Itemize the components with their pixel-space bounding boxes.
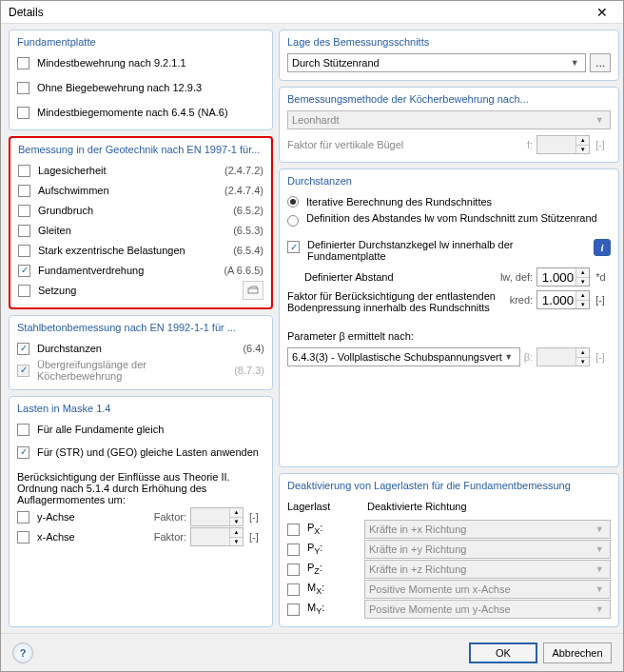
faktor-input: ▲▼ <box>190 507 244 526</box>
group-title: Durchstanzen <box>287 175 611 187</box>
label: Definierter Abstand <box>304 271 497 283</box>
def-abstand-input[interactable]: ▲▼ <box>536 267 590 287</box>
checkbox[interactable] <box>17 424 29 436</box>
unit: [-] <box>595 294 611 306</box>
checkbox[interactable] <box>287 524 300 536</box>
dropdown-value: Durch Stützenrand <box>292 57 568 69</box>
group-stahlbeton: Stahlbetonbemessung nach EN 1992-1-1 für… <box>9 315 273 390</box>
chevron-down-icon: ▼ <box>593 115 606 125</box>
checkbox[interactable] <box>18 205 30 217</box>
chevron-down-icon: ▼ <box>568 58 581 68</box>
dropdown-value: Positive Momente um x-Achse <box>369 583 593 595</box>
ref: (2.4.7.4) <box>224 185 263 196</box>
group-title: Deaktivierung von Lagerlasten für die Fu… <box>287 480 611 491</box>
symbol: β: <box>524 351 533 363</box>
unit: *d <box>595 271 611 283</box>
label: Stark exzentrische Belastungen <box>38 245 229 256</box>
label: Mindestbiegemomente nach 6.4.5 (NA.6) <box>37 107 264 118</box>
ref: (A 6.6.5) <box>224 265 263 276</box>
label: Aufschwimmen <box>38 185 221 196</box>
dropdown-value: Leonhardt <box>292 114 593 126</box>
group-lage: Lage des Bemessungsschnitts Durch Stütze… <box>279 30 619 81</box>
label: Fundamentverdrehung <box>38 265 220 276</box>
direction-dropdown: Kräfte in +z Richtung▼ <box>364 560 611 579</box>
faktor-input: ▲▼ <box>536 135 590 154</box>
info-icon[interactable]: i <box>594 239 611 256</box>
unit: [-] <box>595 139 611 150</box>
direction-dropdown: Kräfte in +y Richtung▼ <box>364 540 611 559</box>
symbol: PY: <box>307 542 361 556</box>
radio[interactable] <box>287 196 299 208</box>
spin-down-icon[interactable]: ▼ <box>576 278 589 287</box>
checkbox <box>17 365 29 377</box>
checkbox[interactable] <box>18 225 30 237</box>
column-header: Deaktivierte Richtung <box>367 501 467 512</box>
checkbox[interactable] <box>287 583 300 596</box>
kred-input[interactable]: ▲▼ <box>536 290 590 309</box>
dropdown-value: Kräfte in +y Richtung <box>369 544 593 555</box>
spin-up-icon[interactable]: ▲ <box>576 291 589 301</box>
faktor-label: Faktor: <box>154 511 186 523</box>
ref: (8.7.3) <box>234 365 264 376</box>
unit: [-] <box>595 351 611 363</box>
chevron-down-icon: ▼ <box>593 544 606 554</box>
checkbox[interactable] <box>18 185 30 197</box>
close-icon[interactable]: ✕ <box>587 3 617 22</box>
group-title: Bemessungsmethode der Köcherbewehrung na… <box>287 93 611 105</box>
footer: ? OK Abbrechen <box>1 633 623 671</box>
checkbox[interactable] <box>18 285 30 297</box>
direction-dropdown: Positive Momente um x-Achse▼ <box>364 580 611 599</box>
group-title: Bemessung in der Geotechnik nach EN 1997… <box>18 144 263 155</box>
group-deaktivierung: Deaktivierung von Lagerlasten für die Fu… <box>279 473 619 627</box>
checkbox[interactable] <box>287 544 300 556</box>
group-durchstanzen: Durchstanzen Iterative Berechnung des Ru… <box>279 168 619 467</box>
group-title: Fundamentplatte <box>17 36 264 48</box>
spin-down-icon[interactable]: ▼ <box>576 301 589 309</box>
symbol: lw, def: <box>500 271 533 283</box>
checkbox[interactable] <box>17 531 29 544</box>
ref: (6.5.3) <box>233 225 263 236</box>
group-title: Lasten in Maske 1.4 <box>17 403 264 414</box>
label: Gleiten <box>38 225 229 236</box>
checkbox[interactable] <box>18 165 30 177</box>
dropdown-value: Positive Momente um y-Achse <box>369 603 593 615</box>
ellipsis-button[interactable]: … <box>590 53 611 72</box>
symbol: PX: <box>307 522 361 536</box>
svg-rect-0 <box>248 288 258 293</box>
group-lasten: Lasten in Maske 1.4 Für alle Fundamente … <box>9 396 273 627</box>
group-koecher: Bemessungsmethode der Köcherbewehrung na… <box>279 87 619 163</box>
chevron-down-icon: ▼ <box>593 584 606 594</box>
label: Faktor für vertikale Bügel <box>287 139 523 150</box>
checkbox[interactable] <box>18 265 30 277</box>
checkbox[interactable] <box>287 603 300 616</box>
group-title: Stahlbetonbemessung nach EN 1992-1-1 für… <box>17 322 264 333</box>
lage-dropdown[interactable]: Durch Stützenrand ▼ <box>287 53 586 72</box>
checkbox[interactable] <box>17 511 29 524</box>
checkbox[interactable] <box>17 343 29 355</box>
chevron-down-icon: ▼ <box>593 524 606 534</box>
unit: [-] <box>249 511 264 523</box>
unit: [-] <box>249 531 264 543</box>
symbol: MX: <box>307 582 361 596</box>
label: Für alle Fundamente gleich <box>37 424 264 435</box>
ref: (6.4) <box>243 343 264 354</box>
label: Iterative Berechnung des Rundschnittes <box>306 196 611 208</box>
checkbox[interactable] <box>287 241 300 253</box>
dropdown-value: Kräfte in +z Richtung <box>369 563 593 575</box>
label: Lagesicherheit <box>38 165 221 176</box>
cancel-button[interactable]: Abbrechen <box>543 642 612 663</box>
checkbox[interactable] <box>17 82 29 94</box>
help-icon[interactable]: ? <box>12 642 33 663</box>
checkbox[interactable] <box>287 563 300 576</box>
window-title: Details <box>9 6 587 19</box>
checkbox[interactable] <box>17 107 29 119</box>
checkbox[interactable] <box>17 57 29 69</box>
label: Parameter β ermittelt nach: <box>287 330 611 342</box>
checkbox[interactable] <box>17 446 29 459</box>
spin-up-icon[interactable]: ▲ <box>576 268 589 278</box>
settings-icon-button[interactable] <box>243 281 263 300</box>
checkbox[interactable] <box>18 245 30 257</box>
param-dropdown[interactable]: 6.4.3(3) - Vollplastische Schubspannungs… <box>287 347 520 366</box>
ok-button[interactable]: OK <box>469 642 537 663</box>
radio[interactable] <box>287 215 299 227</box>
